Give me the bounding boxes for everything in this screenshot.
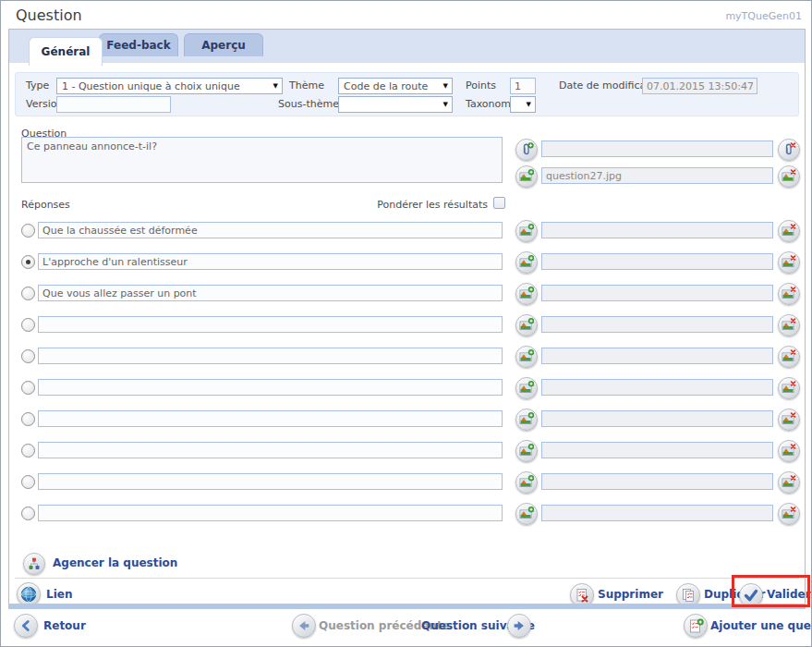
answer-radio[interactable] (21, 255, 35, 269)
answer-image-input[interactable] (541, 316, 773, 333)
answer-image-add-button[interactable] (515, 471, 538, 494)
answer-image-input[interactable] (541, 222, 773, 238)
answer-image-input[interactable] (541, 410, 773, 427)
validate-label[interactable]: Valider (767, 588, 811, 601)
image-add-icon (519, 224, 534, 238)
delete-label[interactable]: Supprimer (598, 588, 663, 601)
answer-image-add-button[interactable] (515, 346, 538, 368)
answer-radio[interactable] (21, 475, 35, 489)
answer-radio[interactable] (21, 444, 35, 458)
type-select-value: 1 - Question unique à choix unique (62, 80, 240, 92)
chevron-down-icon: ▼ (443, 101, 448, 108)
answer-image-remove-button[interactable] (778, 471, 800, 494)
answer-image-remove-button[interactable] (778, 251, 800, 274)
answer-image-input[interactable] (541, 348, 773, 364)
answer-image-remove-button[interactable] (778, 377, 800, 399)
tab-apercu[interactable]: Aperçu (184, 33, 263, 56)
answer-image-remove-button[interactable] (778, 409, 800, 431)
image-add-icon (519, 475, 534, 490)
theme-select-value: Code de la route (344, 80, 428, 92)
answer-image-add-button[interactable] (515, 314, 538, 336)
answer-radio[interactable] (21, 318, 35, 332)
arrange-question-label[interactable]: Agencer la question (53, 556, 177, 569)
image-add-icon (519, 381, 534, 396)
taxonomy-select[interactable]: ▼ (510, 96, 536, 113)
arrow-right-icon (512, 618, 527, 633)
answer-image-input[interactable] (541, 379, 773, 396)
answer-image-remove-button[interactable] (778, 220, 800, 242)
answer-text-input[interactable] (38, 285, 503, 301)
points-input[interactable] (510, 78, 536, 94)
duplicate-document-icon (681, 588, 696, 603)
answer-radio[interactable] (21, 287, 35, 300)
answer-image-remove-button[interactable] (778, 346, 800, 368)
answer-image-remove-button[interactable] (778, 503, 800, 525)
image-remove-icon (782, 381, 796, 396)
image-remove-icon (782, 412, 796, 427)
answer-image-add-button[interactable] (515, 220, 538, 242)
add-question-button[interactable] (684, 614, 708, 638)
link-label[interactable]: Lien (46, 588, 72, 601)
answer-image-add-button[interactable] (515, 251, 538, 274)
answer-image-add-button[interactable] (515, 440, 538, 462)
answer-text-input[interactable] (38, 316, 503, 333)
answer-image-input[interactable] (541, 473, 773, 490)
chevron-down-icon: ▼ (273, 82, 278, 90)
answer-text-input[interactable] (38, 410, 503, 427)
question-attachment-add-button[interactable] (515, 139, 538, 161)
subtheme-select[interactable]: ▼ (338, 96, 453, 113)
answer-image-input[interactable] (541, 285, 773, 301)
globe-icon (19, 585, 38, 604)
meta-form: Type 1 - Question unique à choix unique … (15, 72, 799, 116)
question-attachment-remove-button[interactable] (778, 139, 800, 161)
answer-text-input[interactable] (38, 222, 503, 238)
answer-image-remove-button[interactable] (778, 283, 800, 305)
question-textarea[interactable]: Ce panneau annonce-t-il? (21, 137, 503, 183)
modified-input[interactable] (642, 78, 757, 94)
question-image-input[interactable] (541, 167, 773, 184)
answer-text-input[interactable] (38, 473, 503, 490)
tab-general[interactable]: Général (29, 37, 103, 66)
answer-image-input[interactable] (541, 253, 773, 270)
next-question-button[interactable] (507, 614, 531, 638)
image-add-icon (519, 507, 534, 521)
document-delete-icon (575, 588, 589, 603)
answer-image-input[interactable] (541, 505, 773, 521)
answer-radio[interactable] (21, 507, 35, 520)
answer-image-remove-button[interactable] (778, 314, 800, 336)
answer-radio[interactable] (21, 381, 35, 395)
image-add-icon (519, 318, 534, 333)
tab-feedback[interactable]: Feed-back (99, 33, 178, 56)
back-button[interactable] (14, 614, 38, 638)
arrange-question-button[interactable] (23, 553, 45, 575)
answer-image-add-button[interactable] (515, 409, 538, 431)
answer-text-input[interactable] (38, 442, 503, 458)
answer-text-input[interactable] (38, 379, 503, 396)
type-select[interactable]: 1 - Question unique à choix unique ▼ (56, 78, 283, 94)
answer-image-input[interactable] (541, 442, 773, 458)
question-attachment-input[interactable] (541, 140, 773, 157)
answer-text-input[interactable] (38, 505, 503, 521)
image-add-icon (519, 412, 534, 427)
answer-image-add-button[interactable] (515, 283, 538, 305)
answer-image-add-button[interactable] (515, 377, 538, 399)
answer-text-input[interactable] (38, 253, 503, 270)
weight-checkbox[interactable] (493, 197, 505, 209)
answer-radio[interactable] (21, 224, 35, 238)
page-title: Question (16, 6, 82, 24)
back-label[interactable]: Retour (43, 619, 86, 632)
arrow-left-icon (18, 618, 33, 633)
answer-image-remove-button[interactable] (778, 440, 800, 462)
version-input[interactable] (56, 96, 171, 113)
question-image-add-button[interactable] (515, 165, 538, 188)
answers-label: Réponses (21, 199, 70, 211)
theme-select[interactable]: Code de la route ▼ (338, 78, 453, 94)
add-question-label[interactable]: Ajouter une question (710, 619, 812, 632)
answer-radio[interactable] (21, 349, 35, 363)
answer-radio[interactable] (21, 412, 35, 426)
arrow-left-icon (297, 618, 311, 633)
answer-text-input[interactable] (38, 348, 503, 364)
question-image-remove-button[interactable] (778, 165, 800, 188)
answer-image-add-button[interactable] (515, 503, 538, 525)
previous-question-button[interactable] (292, 614, 316, 638)
